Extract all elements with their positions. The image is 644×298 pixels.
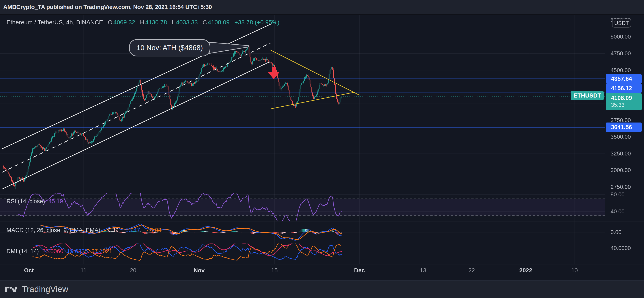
current-price-value: 4108.09: [611, 94, 642, 102]
ohlc-high: H4130.78: [140, 19, 167, 26]
symbol-price-tag: ETHUSDT: [571, 91, 604, 100]
tradingview-logo-icon[interactable]: [5, 284, 19, 295]
high-label: H: [140, 19, 144, 26]
dmi-minus-di-value: 27.1021: [91, 248, 112, 255]
low-label: L: [172, 19, 175, 26]
ohlc-close: C4108.09: [202, 19, 230, 26]
macd-signal-value: −44.08: [144, 227, 162, 234]
time-tick-label: 13: [408, 267, 438, 274]
close-value: 4108.09: [208, 19, 230, 26]
price-tick-label: 40.00: [610, 208, 624, 215]
dmi-adx-value: 25.0060: [42, 248, 64, 255]
time-tick-label: Dec: [344, 267, 374, 274]
annotation-tail: [207, 39, 250, 57]
price-tick-label: 2750.00: [610, 184, 631, 190]
footer-bar: TradingView: [0, 280, 644, 298]
annotation-balloon[interactable]: 10 Nov: ATH ($4868): [129, 39, 210, 56]
symbol-status-row: Ethereum / TetherUS, 4h, BINANCE O4069.3…: [6, 19, 280, 26]
time-tick-label: 22: [456, 267, 487, 274]
rsi-value: 45.19: [48, 198, 63, 205]
dmi-indicator-label[interactable]: DMI (14, 14): [6, 248, 39, 255]
symbol-title[interactable]: Ethereum / TetherUS, 4h, BINANCE: [6, 19, 103, 26]
down-arrow-marker[interactable]: [268, 67, 280, 79]
open-label: O: [108, 19, 112, 26]
price-tick-label: 5000.00: [610, 33, 631, 40]
price-tick-label: 0.00: [610, 229, 622, 235]
alert-price-label: 3641.56: [606, 123, 642, 132]
price-tick-label: 4750.00: [610, 50, 631, 57]
open-value: 4069.32: [113, 19, 135, 26]
time-tick-label: 15: [259, 267, 290, 274]
price-tick-label: 3250.00: [610, 150, 631, 157]
ohlc-open: O4069.32: [108, 19, 135, 26]
rsi-indicator-label[interactable]: RSI (14, close): [6, 198, 45, 205]
macd-histogram-value: −9.39: [104, 227, 118, 234]
time-tick-label: Nov: [184, 267, 214, 274]
macd-line-value: −53.47: [122, 227, 140, 234]
ohlc-low: L4033.33: [172, 19, 198, 26]
current-price-label: 4108.0935:33: [606, 93, 642, 110]
high-value: 4130.78: [145, 19, 167, 26]
bar-countdown: 35:33: [611, 102, 642, 108]
time-tick-label: 10: [560, 267, 590, 274]
symbol-tag-label: ETHUSDT: [574, 92, 601, 99]
time-tick-label: 11: [68, 267, 98, 274]
close-label: C: [202, 19, 207, 26]
price-tick-label: 40.0000: [610, 245, 631, 251]
time-tick-label: 2022: [511, 267, 541, 274]
dmi-legend-row: DMI (14, 14) 25.0060 15.6325 27.1021: [6, 248, 112, 255]
time-scale[interactable]: Oct1120Nov15Dec1322202210: [0, 264, 605, 280]
rsi-legend-row: RSI (14, close) 45.19: [6, 198, 63, 205]
low-value: 4033.33: [176, 19, 198, 26]
price-tick-label: 4500.00: [610, 67, 631, 73]
alert-price-label: 4156.12: [606, 84, 642, 93]
time-tick-label: 20: [118, 267, 148, 274]
annotation-text: 10 Nov: ATH ($4868): [136, 44, 203, 52]
currency-toggle-button[interactable]: USDT: [612, 18, 631, 27]
time-tick-label: Oct: [14, 267, 44, 274]
price-tick-label: 3000.00: [610, 167, 631, 173]
alert-price-label: 4357.64: [606, 74, 642, 84]
dmi-plus-di-value: 15.6325: [67, 248, 88, 255]
change-value: +38.78 (+0.95%): [234, 19, 280, 26]
macd-indicator-label[interactable]: MACD (12, 26, close, 9, EMA, EMA): [6, 227, 100, 234]
macd-legend-row: MACD (12, 26, close, 9, EMA, EMA) −9.39 …: [6, 227, 162, 234]
price-scale[interactable]: 5250.005000.004750.004500.003750.003500.…: [605, 15, 644, 280]
attribution-text: AMBCrypto_TA published on TradingView.co…: [3, 4, 212, 10]
attribution-bar: AMBCrypto_TA published on TradingView.co…: [0, 0, 644, 15]
price-tick-label: 3500.00: [610, 134, 631, 140]
currency-toggle-label: USDT: [614, 20, 629, 26]
price-tick-label: 80.00: [610, 191, 624, 198]
tradingview-brand-text[interactable]: TradingView: [22, 285, 68, 294]
